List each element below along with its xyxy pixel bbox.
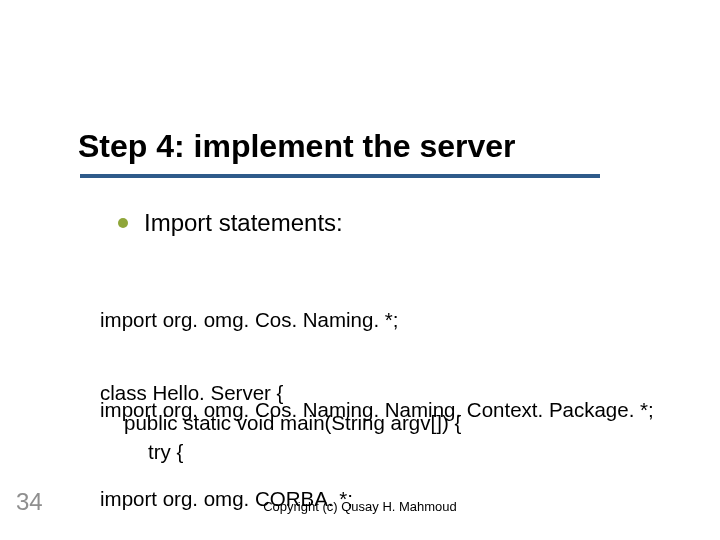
- slide: Step 4: implement the server Import stat…: [0, 0, 720, 540]
- copyright-text: Copyright (c) Qusay H. Mahmoud: [0, 499, 720, 514]
- class-line-2: public static void main(String argv[]) {: [124, 408, 461, 438]
- class-line-3: try {: [148, 437, 461, 467]
- title-block: Step 4: implement the server: [78, 128, 515, 171]
- slide-title: Step 4: implement the server: [78, 128, 515, 165]
- bullet-dot-icon: [118, 218, 128, 228]
- import-line-1: import org. omg. Cos. Naming. *;: [100, 305, 654, 335]
- class-line-1: class Hello. Server {: [100, 378, 461, 408]
- bullet-text: Import statements:: [144, 211, 343, 235]
- title-underline: [80, 174, 600, 178]
- bullet-row: Import statements:: [118, 211, 343, 235]
- class-block: class Hello. Server { public static void…: [100, 378, 461, 467]
